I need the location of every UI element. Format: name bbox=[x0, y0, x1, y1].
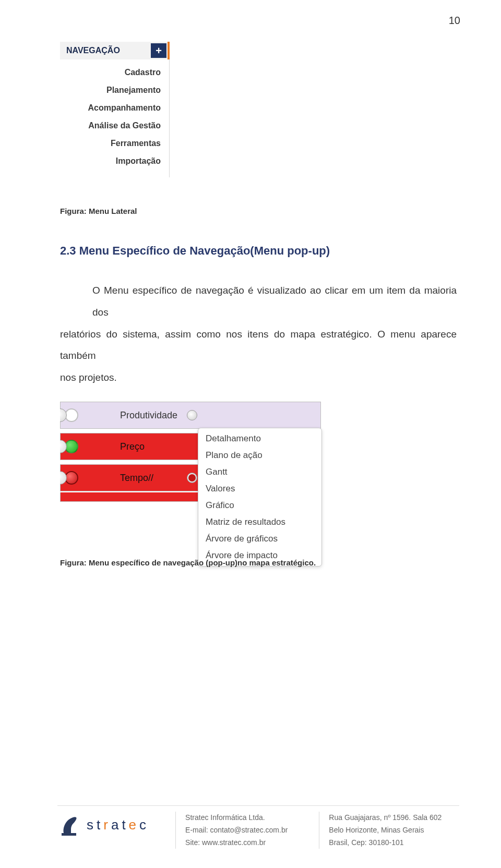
popup-figure: Produtividade Preço Tempo// Detalhamento… bbox=[60, 402, 321, 502]
brand-letter: c bbox=[139, 817, 149, 833]
node-dot-red-icon bbox=[187, 473, 197, 483]
footer-company-info: Stratec Informática Ltda. E-mail: contat… bbox=[175, 812, 288, 849]
sidebar-list: Cadastro Planejamento Acompanhamento Aná… bbox=[60, 59, 170, 177]
para-line-2: relatórios do sistema, assim como nos it… bbox=[60, 323, 457, 367]
node-dot-icon bbox=[187, 410, 197, 420]
body-paragraph: O Menu específico de navegação é visuali… bbox=[60, 280, 457, 389]
row-label: Tempo// bbox=[120, 473, 153, 484]
menu-item-arvore-graficos[interactable]: Árvore de gráficos bbox=[198, 531, 321, 547]
sidebar-item-acompanhamento[interactable]: Acompanhamento bbox=[88, 99, 161, 117]
sidebar-header: NAVEGAÇÃO + bbox=[60, 42, 170, 59]
row-handle-icon bbox=[53, 408, 67, 422]
footer-city: Belo Horizonte, Minas Gerais bbox=[329, 824, 442, 837]
footer-country-zip: Brasil, Cep: 30180-101 bbox=[329, 837, 442, 849]
row-label: Produtividade bbox=[120, 410, 177, 421]
caption-prefix: Figura: bbox=[60, 558, 89, 567]
brand-letter: s bbox=[87, 817, 97, 833]
caption-text: Menu específico de navegação (pop-up)no … bbox=[89, 558, 316, 567]
map-row-produtividade[interactable]: Produtividade bbox=[60, 402, 321, 429]
row-handle-icon bbox=[53, 440, 67, 453]
menu-item-grafico[interactable]: Gráfico bbox=[198, 497, 321, 514]
menu-item-valores[interactable]: Valores bbox=[198, 480, 321, 497]
sidebar-item-analise[interactable]: Análise da Gestão bbox=[88, 117, 161, 135]
brand-letter: e bbox=[129, 817, 139, 833]
brand-letter: t bbox=[122, 817, 128, 833]
menu-item-plano-de-acao[interactable]: Plano de ação bbox=[198, 447, 321, 464]
section-heading: 2.3 Menu Específico de Navegação(Menu po… bbox=[60, 244, 330, 258]
footer-address: Rua Guajajaras, nº 1596. Sala 602 Belo H… bbox=[319, 812, 442, 849]
page-footer: stratec Stratec Informática Ltda. E-mail… bbox=[0, 790, 501, 868]
row-handle-icon bbox=[53, 471, 67, 485]
footer-company-name: Stratec Informática Ltda. bbox=[185, 812, 288, 824]
para-line-3: nos projetos. bbox=[60, 367, 457, 389]
plus-icon: + bbox=[156, 45, 162, 57]
context-menu: Detalhamento Plano de ação Gantt Valores… bbox=[198, 428, 322, 566]
sidebar-item-planejamento[interactable]: Planejamento bbox=[106, 81, 161, 99]
sidebar-header-label: NAVEGAÇÃO bbox=[60, 43, 151, 58]
footer-logo: stratec bbox=[57, 812, 149, 838]
menu-item-gantt[interactable]: Gantt bbox=[198, 464, 321, 480]
brand-letter: r bbox=[103, 817, 111, 833]
brand-letter: t bbox=[97, 817, 103, 833]
footer-street: Rua Guajajaras, nº 1596. Sala 602 bbox=[329, 812, 442, 824]
footer-site: Site: www.stratec.com.br bbox=[185, 837, 288, 849]
caption-text: Menu Lateral bbox=[89, 207, 137, 215]
para-line-1: O Menu específico de navegação é visuali… bbox=[92, 280, 457, 323]
sidebar-item-cadastro[interactable]: Cadastro bbox=[125, 64, 161, 81]
caption-prefix: Figura: bbox=[60, 207, 89, 215]
footer-email: E-mail: contato@stratec.com.br bbox=[185, 824, 288, 837]
expand-button[interactable]: + bbox=[151, 43, 166, 58]
figure-2-caption: Figura: Menu específico de navegação (po… bbox=[60, 558, 316, 568]
sidebar-item-ferramentas[interactable]: Ferramentas bbox=[111, 135, 161, 152]
row-label: Preço bbox=[120, 441, 145, 452]
sidebar-item-importacao[interactable]: Importação bbox=[116, 152, 161, 170]
brand-name: stratec bbox=[87, 817, 149, 833]
footer-divider bbox=[57, 805, 459, 806]
brand-letter: a bbox=[111, 817, 122, 833]
menu-item-matriz[interactable]: Matriz de resultados bbox=[198, 514, 321, 531]
menu-item-detalhamento[interactable]: Detalhamento bbox=[198, 430, 321, 447]
figure-1-caption: Figura: Menu Lateral bbox=[60, 207, 137, 216]
sidebar-menu-figure: NAVEGAÇÃO + Cadastro Planejamento Acompa… bbox=[60, 42, 170, 177]
knight-icon bbox=[57, 812, 79, 838]
page-number: 10 bbox=[449, 15, 460, 27]
